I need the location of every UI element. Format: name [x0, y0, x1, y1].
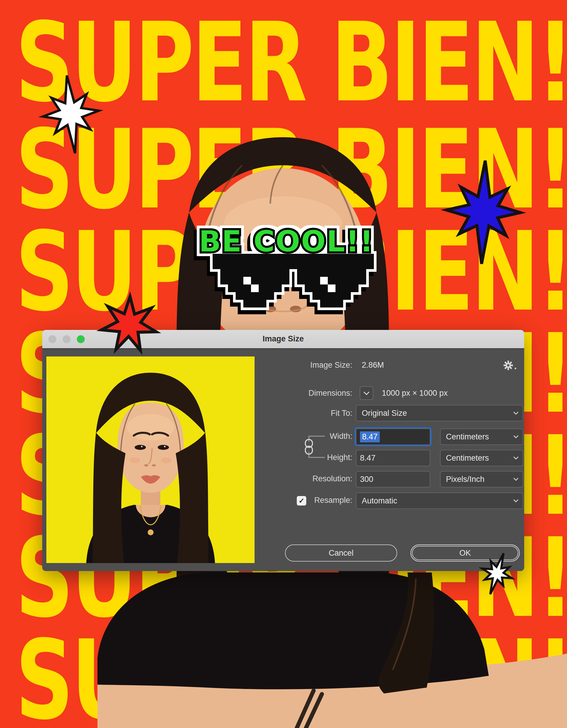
resample-value: Automatic — [362, 496, 397, 505]
width-input[interactable]: 8.47 — [356, 428, 430, 445]
chevron-down-icon — [513, 499, 519, 503]
dialog-title: Image Size — [42, 330, 524, 348]
width-unit-select[interactable]: Centimeters — [440, 428, 523, 445]
chevron-down-icon — [513, 412, 519, 415]
height-unit-value: Centimeters — [446, 454, 489, 463]
dimensions-value: 1000 px × 1000 px — [382, 385, 448, 401]
height-value: 8.47 — [360, 454, 376, 463]
chevron-down-icon — [363, 391, 370, 395]
resolution-input[interactable]: 300 — [356, 471, 430, 487]
gear-icon[interactable] — [503, 360, 518, 371]
dialog-titlebar[interactable]: Image Size — [42, 330, 524, 349]
resample-label: Resample: — [258, 492, 352, 508]
width-label: Width: — [258, 428, 352, 444]
fit-to-value: Original Size — [362, 409, 407, 418]
image-size-dialog: Image Size — [42, 330, 524, 571]
image-size-value: 2.86M — [362, 357, 384, 373]
image-preview — [46, 356, 254, 563]
chevron-down-icon — [513, 478, 519, 481]
poster-canvas: SUPER BIEN! SUPER BIEN! SUPER BIEN! SUPE… — [0, 0, 567, 728]
height-input[interactable]: 8.47 — [356, 450, 430, 466]
shout-text-row: SUPER BIEN! — [15, 8, 567, 117]
dimensions-label: Dimensions: — [258, 385, 352, 401]
dimensions-disclosure-button[interactable] — [360, 386, 373, 400]
chevron-down-icon — [513, 457, 519, 460]
resolution-label: Resolution: — [258, 470, 352, 487]
image-size-label: Image Size: — [258, 357, 352, 373]
shout-text-row: SUPER BIEN! — [15, 217, 567, 326]
cancel-button[interactable]: Cancel — [285, 544, 397, 562]
resample-select[interactable]: Automatic — [356, 493, 523, 509]
width-value: 8.47 — [360, 431, 380, 442]
ok-button[interactable]: OK — [411, 544, 520, 562]
width-unit-value: Centimeters — [446, 432, 489, 441]
resolution-value: 300 — [360, 475, 373, 484]
height-unit-select[interactable]: Centimeters — [440, 450, 523, 466]
fit-to-label: Fit To: — [258, 405, 352, 421]
resolution-unit-select[interactable]: Pixels/Inch — [440, 471, 523, 487]
shout-text-row: SUPER BIEN! — [15, 115, 567, 224]
fit-to-select[interactable]: Original Size — [356, 405, 523, 421]
shout-text-row: SUPER BIEN! — [15, 626, 567, 728]
resolution-unit-value: Pixels/Inch — [446, 475, 485, 484]
height-label: Height: — [258, 449, 352, 466]
chevron-down-icon — [513, 435, 519, 439]
